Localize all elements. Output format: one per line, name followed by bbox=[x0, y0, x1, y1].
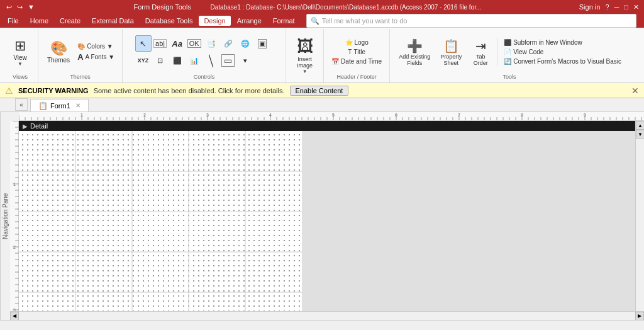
subform-tool[interactable]: ⬛ bbox=[169, 52, 186, 69]
navigation-pane[interactable]: Navigation Pane bbox=[0, 112, 10, 320]
vertical-scrollbar[interactable]: ▲ ▼ bbox=[635, 121, 644, 311]
horizontal-scrollbar[interactable]: ◀ ▶ bbox=[10, 311, 644, 320]
insert-image-dropdown: ▼ bbox=[303, 69, 308, 74]
detail-label: Detail bbox=[30, 122, 48, 130]
menu-file[interactable]: File bbox=[3, 16, 24, 26]
ribbon-group-controls: ↖ ab| Aa OK 📑 🔗 bbox=[123, 29, 286, 82]
subform-new-window-button[interactable]: ⬛ Subform in New Window bbox=[501, 38, 624, 47]
view-button[interactable]: ⊞ View ▼ bbox=[8, 35, 33, 69]
title-button[interactable]: T Title bbox=[345, 48, 368, 56]
svg-text:1: 1 bbox=[13, 182, 16, 186]
convert-macros-button[interactable]: 🔄 Convert Form's Macros to Visual Basic bbox=[501, 57, 624, 65]
svg-text:3: 3 bbox=[206, 113, 209, 117]
themes-button[interactable]: 🎨 Themes bbox=[43, 38, 74, 66]
view-code-button[interactable]: 📄 View Code bbox=[501, 48, 624, 56]
svg-text:4: 4 bbox=[269, 113, 272, 117]
title-icon: T bbox=[348, 48, 352, 55]
activex-tool[interactable]: XYZ bbox=[135, 52, 152, 69]
controls-items: ↖ ab| Aa OK 📑 🔗 bbox=[135, 31, 274, 72]
form1-tab[interactable]: 📋 Form1 ✕ bbox=[30, 99, 89, 111]
colors-button[interactable]: 🎨 Colors ▼ bbox=[75, 42, 117, 50]
convert-macros-label: Convert Form's Macros to Visual Basic bbox=[513, 58, 621, 65]
form-grid-svg bbox=[19, 131, 302, 311]
controls-label: Controls bbox=[194, 72, 215, 80]
fonts-label: A Fonts ▼ bbox=[86, 54, 115, 60]
menu-database-tools[interactable]: Database Tools bbox=[140, 16, 198, 26]
ribbon-group-tools: ➕ Add ExistingFields 📋 PropertySheet ⇥ T… bbox=[390, 29, 629, 82]
views-label: Views bbox=[13, 72, 28, 80]
chart-tool[interactable]: 📊 bbox=[186, 52, 203, 69]
button-tool[interactable]: OK bbox=[186, 35, 203, 52]
nav-pane-toggle[interactable]: « bbox=[15, 98, 28, 111]
ribbon-group-insert-image: 🖼 InsertImage ▼ bbox=[286, 29, 324, 82]
menu-home[interactable]: Home bbox=[25, 16, 53, 26]
ribbon-search[interactable]: 🔍 Tell me what you want to do bbox=[306, 14, 636, 28]
line-tool[interactable]: ╱ bbox=[203, 52, 219, 69]
insert-image-items: 🖼 InsertImage ▼ bbox=[296, 31, 314, 79]
scrollbar-left-btn[interactable]: ◀ bbox=[10, 312, 19, 321]
menu-arrange[interactable]: Arrange bbox=[232, 16, 267, 26]
form-design-area: 12345678910 123 ▶ Detail bbox=[10, 112, 644, 320]
form1-tab-close[interactable]: ✕ bbox=[75, 102, 80, 109]
security-warning-label: SECURITY WARNING bbox=[18, 87, 89, 94]
quick-access: ↩ ↪ ▼ bbox=[5, 3, 36, 11]
signin-link[interactable]: Sign in bbox=[579, 3, 601, 11]
tab-tool[interactable]: 📑 bbox=[203, 35, 219, 52]
convert-macros-icon: 🔄 bbox=[504, 58, 511, 65]
themes-label: Themes bbox=[47, 57, 70, 64]
more-controls[interactable]: ▾ bbox=[237, 52, 253, 69]
horizontal-ruler: 12345678910 bbox=[19, 112, 644, 121]
subform-label: Subform in New Window bbox=[513, 39, 582, 46]
close-btn[interactable]: ✕ bbox=[633, 3, 639, 11]
restore-btn[interactable]: □ bbox=[624, 3, 628, 11]
webbrowser-tool[interactable]: 🌐 bbox=[237, 35, 253, 52]
fonts-button[interactable]: A A Fonts ▼ bbox=[75, 52, 117, 62]
form-canvas[interactable]: ▶ Detail bbox=[19, 121, 635, 311]
title-label: Title bbox=[353, 48, 365, 55]
scrollbar-up-btn[interactable]: ▲ bbox=[636, 121, 644, 130]
ribbon-group-header-footer: ⭐ Logo T Title 📅 Date and Time Header / … bbox=[324, 29, 390, 82]
property-sheet-button[interactable]: 📋 PropertySheet bbox=[436, 36, 465, 69]
help-btn[interactable]: ? bbox=[605, 3, 609, 11]
nav-tool[interactable]: ▣ bbox=[254, 35, 270, 52]
svg-text:8: 8 bbox=[521, 113, 523, 117]
tab-order-button[interactable]: ⇥ TabOrder bbox=[468, 36, 493, 69]
select-tool[interactable]: ↖ bbox=[135, 35, 152, 52]
svg-text:7: 7 bbox=[458, 113, 460, 117]
label-tool[interactable]: Aa bbox=[169, 35, 186, 52]
menu-create[interactable]: Create bbox=[55, 16, 86, 26]
property-sheet-label: PropertySheet bbox=[440, 54, 462, 66]
themes-icon: 🎨 bbox=[50, 40, 67, 57]
add-existing-fields-button[interactable]: ➕ Add ExistingFields bbox=[395, 36, 434, 69]
controls-icons: ↖ ab| Aa OK 📑 🔗 bbox=[135, 35, 274, 69]
textbox-tool[interactable]: ab| bbox=[152, 35, 169, 52]
close-security-bar[interactable]: ✕ bbox=[631, 86, 639, 96]
menu-design[interactable]: Design bbox=[199, 16, 230, 26]
menu-format[interactable]: Format bbox=[268, 16, 300, 26]
scrollbar-right-btn[interactable]: ▶ bbox=[635, 312, 644, 321]
form1-tab-icon: 📋 bbox=[38, 101, 48, 110]
customize-btn[interactable]: ▼ bbox=[26, 3, 36, 11]
search-icon: 🔍 bbox=[311, 17, 319, 25]
svg-text:9: 9 bbox=[584, 113, 586, 117]
datetime-button[interactable]: 📅 Date and Time bbox=[329, 57, 384, 65]
redo-btn[interactable]: ↪ bbox=[16, 3, 24, 11]
logo-button[interactable]: ⭐ Logo bbox=[343, 38, 371, 47]
colors-label: Colors ▼ bbox=[87, 43, 113, 50]
fonts-icon: A bbox=[77, 52, 83, 62]
undo-btn[interactable]: ↩ bbox=[5, 3, 13, 11]
enable-content-button[interactable]: Enable Content bbox=[290, 86, 349, 96]
frame-tool[interactable]: ⊡ bbox=[152, 52, 169, 69]
colors-icon: 🎨 bbox=[77, 43, 85, 50]
rect-tool[interactable]: ▭ bbox=[220, 52, 236, 69]
views-buttons: ⊞ View ▼ bbox=[8, 31, 33, 72]
header-footer-label: Header / Footer bbox=[337, 72, 377, 80]
insert-image-button[interactable]: 🖼 InsertImage ▼ bbox=[296, 35, 314, 76]
themes-buttons: 🎨 Themes 🎨 Colors ▼ A A Fonts ▼ bbox=[43, 31, 117, 72]
form-grid[interactable] bbox=[19, 131, 302, 311]
hyperlink-tool[interactable]: 🔗 bbox=[220, 35, 236, 52]
themes-sub-buttons: 🎨 Colors ▼ A A Fonts ▼ bbox=[75, 42, 117, 62]
menu-external-data[interactable]: External Data bbox=[87, 16, 139, 26]
scrollbar-down-btn[interactable]: ▼ bbox=[636, 130, 644, 139]
minimize-btn[interactable]: ─ bbox=[614, 3, 619, 11]
